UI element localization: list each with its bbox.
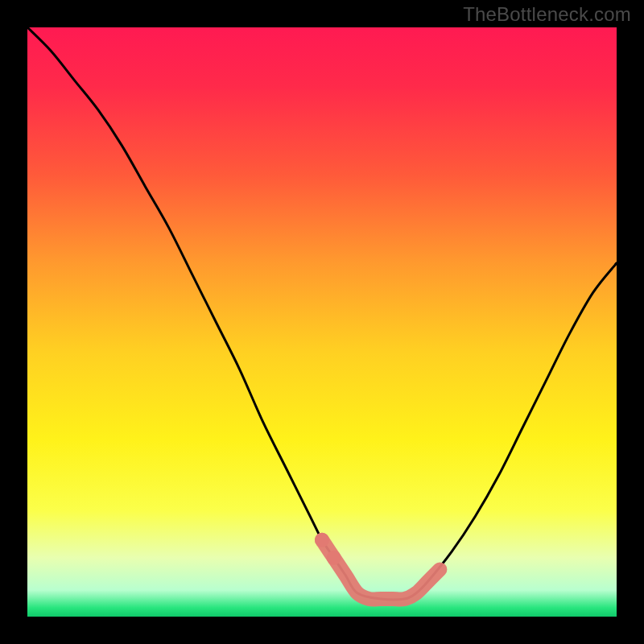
gradient-background — [27, 27, 617, 617]
highlight-dot — [327, 551, 341, 565]
chart-frame: TheBottleneck.com — [0, 0, 644, 644]
watermark-text: TheBottleneck.com — [463, 3, 631, 26]
highlight-dot — [315, 533, 329, 547]
bottleneck-chart — [0, 0, 644, 644]
plot-area — [27, 27, 617, 617]
